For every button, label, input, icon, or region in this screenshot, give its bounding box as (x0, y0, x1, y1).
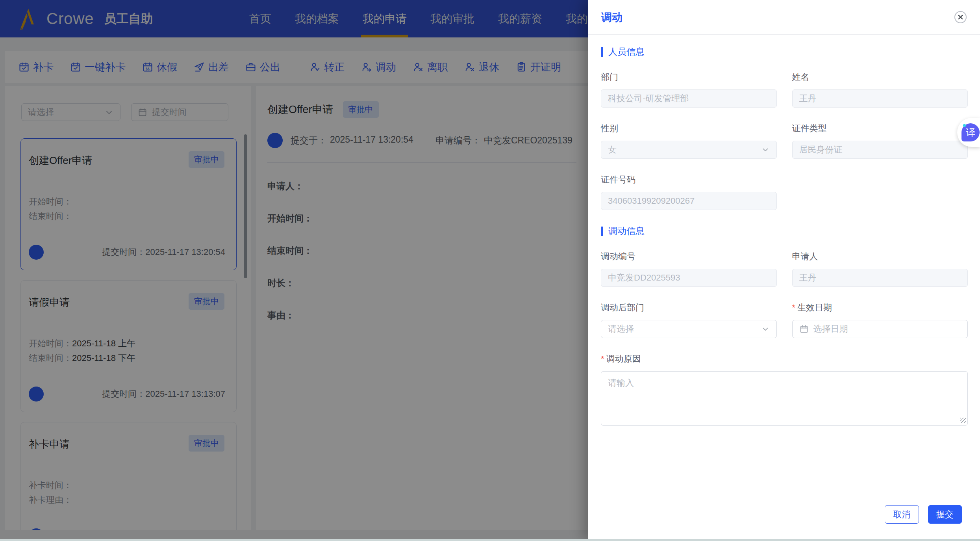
field-label-text: 调动原因 (606, 354, 641, 364)
required-mark: * (792, 303, 796, 312)
close-icon[interactable] (954, 11, 967, 23)
transfer-number-input[interactable] (601, 269, 777, 287)
field-id-type: 证件类型 (792, 123, 968, 159)
field-label: 姓名 (792, 71, 968, 83)
modal-overlay[interactable] (0, 0, 588, 541)
person-form-grid: 部门 姓名 性别 女 证件类型 (601, 71, 968, 225)
field-label: *生效日期 (792, 302, 968, 314)
cancel-button[interactable]: 取消 (885, 505, 919, 524)
field-label: 证件类型 (792, 123, 968, 134)
translate-icon: 译 (961, 123, 980, 141)
field-empty-slot (792, 174, 968, 210)
drawer-header: 调动 (588, 0, 980, 35)
field-label: 证件号码 (601, 174, 777, 186)
applicant-input[interactable] (792, 269, 968, 287)
transfer-form-grid: 调动编号 申请人 调动后部门 请选择 *生效日期 (601, 251, 968, 353)
field-label: 申请人 (792, 251, 968, 262)
transfer-drawer: 调动 人员信息 部门 姓名 性别 (588, 0, 980, 541)
reason-textarea-wrap (601, 371, 968, 427)
name-input[interactable] (792, 89, 968, 108)
screen: Crowe 员工自助 首页 我的档案 我的申请 我的审批 我的薪资 我的假期 补… (0, 0, 980, 541)
field-transfer-reason: *调动原因 (601, 353, 968, 427)
horizontal-scrollbar[interactable] (0, 539, 980, 541)
drawer-body: 人员信息 部门 姓名 性别 女 (588, 35, 980, 427)
field-id-number: 证件号码 (601, 174, 777, 210)
section-accent-bar (601, 227, 603, 236)
field-name: 姓名 (792, 71, 968, 108)
field-target-department: 调动后部门 请选择 (601, 302, 777, 338)
drawer-footer: 取消 提交 (885, 505, 962, 524)
id-type-input[interactable] (792, 141, 968, 159)
field-label: *调动原因 (601, 353, 968, 365)
id-number-input[interactable] (601, 192, 777, 210)
effective-date-picker[interactable]: 选择日期 (792, 320, 968, 338)
field-label-text: 生效日期 (797, 303, 832, 312)
chevron-down-icon (761, 145, 770, 154)
drawer-title: 调动 (601, 10, 622, 24)
department-input[interactable] (601, 89, 777, 108)
resize-handle[interactable] (960, 418, 966, 423)
select-placeholder: 请选择 (608, 323, 634, 335)
field-label: 部门 (601, 71, 777, 83)
section-person-info: 人员信息 (601, 46, 968, 58)
transfer-reason-textarea[interactable] (601, 371, 968, 426)
field-gender: 性别 女 (601, 123, 777, 159)
section-title: 调动信息 (608, 225, 645, 237)
target-department-select[interactable]: 请选择 (601, 320, 777, 338)
calendar-icon (799, 324, 809, 334)
field-label: 调动后部门 (601, 302, 777, 314)
section-transfer-info: 调动信息 (601, 225, 968, 237)
required-mark: * (601, 354, 604, 364)
submit-button[interactable]: 提交 (928, 505, 962, 524)
date-placeholder: 选择日期 (813, 323, 848, 335)
gender-value: 女 (608, 144, 617, 156)
field-label: 调动编号 (601, 251, 777, 262)
field-label: 性别 (601, 123, 777, 134)
field-transfer-number: 调动编号 (601, 251, 777, 287)
chevron-down-icon (761, 325, 770, 333)
gender-select[interactable]: 女 (601, 141, 777, 159)
field-effective-date: *生效日期 选择日期 (792, 302, 968, 338)
field-department: 部门 (601, 71, 777, 108)
section-title: 人员信息 (608, 46, 645, 58)
section-accent-bar (601, 47, 603, 57)
field-applicant: 申请人 (792, 251, 968, 287)
